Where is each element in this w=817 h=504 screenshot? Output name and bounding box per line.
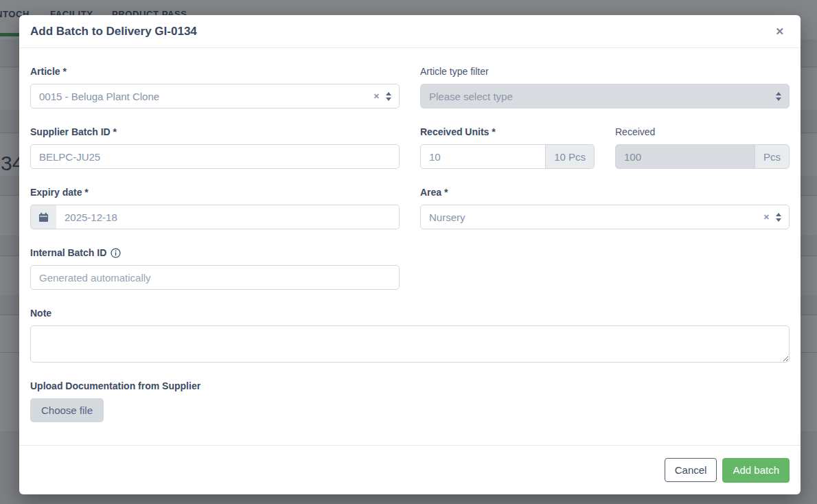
received-group: Received Units * 10 Pcs Received Pcs: [420, 126, 790, 169]
chevron-up-down-icon: [776, 92, 781, 101]
supplier-batch-id-input[interactable]: [30, 144, 400, 169]
article-select[interactable]: 0015 - Beluga Plant Clone ✕: [30, 84, 400, 108]
clear-icon[interactable]: ✕: [763, 214, 770, 221]
received-addon: Pcs: [755, 144, 790, 169]
calendar-icon[interactable]: [30, 205, 56, 229]
internal-batch-id-label-text: Internal Batch ID: [30, 247, 106, 258]
add-batch-modal: Add Batch to Delivery GI-0134 ✕ Article …: [19, 15, 801, 494]
modal-header: Add Batch to Delivery GI-0134 ✕: [19, 15, 801, 48]
received-units-label: Received Units *: [420, 126, 595, 137]
chevron-up-down-icon: [386, 92, 391, 101]
info-icon[interactable]: [111, 248, 121, 258]
internal-batch-id-field: Internal Batch ID: [30, 247, 400, 290]
article-field: Article * 0015 - Beluga Plant Clone ✕: [30, 66, 400, 108]
modal-body: Article * 0015 - Beluga Plant Clone ✕ Ar…: [19, 48, 801, 445]
area-select[interactable]: Nursery ✕: [420, 205, 790, 229]
article-type-filter-select: Please select type: [420, 84, 790, 108]
received-units-field: Received Units * 10 Pcs: [420, 126, 595, 169]
expiry-date-label: Expiry date *: [30, 187, 400, 198]
modal-title: Add Batch to Delivery GI-0134: [30, 25, 197, 38]
article-type-filter-placeholder: Please select type: [429, 91, 776, 102]
internal-batch-id-label: Internal Batch ID: [30, 247, 400, 258]
add-batch-button[interactable]: Add batch: [722, 458, 790, 483]
upload-label: Upload Documentation from Supplier: [30, 380, 790, 391]
area-label: Area *: [420, 187, 790, 198]
received-input: [615, 144, 755, 169]
close-icon[interactable]: ✕: [772, 23, 787, 39]
article-type-filter-label: Article type filter: [420, 66, 790, 77]
chevron-up-down-icon: [776, 213, 781, 222]
supplier-batch-id-field: Supplier Batch ID *: [30, 126, 400, 169]
screen: NTOCH FACILITY PRODUCT PASS 34 Add Batch…: [0, 0, 817, 504]
form-row-4: Internal Batch ID: [30, 247, 790, 290]
area-field: Area * Nursery ✕: [420, 187, 790, 229]
article-select-value: 0015 - Beluga Plant Clone: [39, 91, 373, 102]
form-row-2: Supplier Batch ID * Received Units * 10 …: [30, 126, 790, 169]
clear-icon[interactable]: ✕: [373, 93, 380, 100]
article-label: Article *: [30, 66, 400, 77]
cancel-button[interactable]: Cancel: [665, 458, 717, 482]
note-field: Note: [30, 308, 790, 363]
article-type-filter-field: Article type filter Please select type: [420, 66, 790, 108]
choose-file-button[interactable]: Choose file: [30, 398, 104, 422]
supplier-batch-id-label: Supplier Batch ID *: [30, 126, 400, 137]
modal-footer: Cancel Add batch: [19, 445, 801, 494]
note-textarea[interactable]: [30, 325, 790, 363]
received-units-input[interactable]: [420, 144, 546, 169]
received-label: Received: [615, 126, 790, 137]
empty-col: [420, 247, 790, 290]
upload-field: Upload Documentation from Supplier Choos…: [30, 380, 790, 422]
received-units-addon: 10 Pcs: [546, 144, 595, 169]
form-row-3: Expiry date *: [30, 187, 790, 229]
note-label: Note: [30, 308, 790, 319]
form-row-5: Note: [30, 308, 790, 363]
area-select-value: Nursery: [429, 211, 763, 223]
internal-batch-id-input[interactable]: [30, 265, 400, 290]
expiry-date-field: Expiry date *: [30, 187, 400, 229]
received-field: Received Pcs: [615, 126, 790, 169]
form-row-1: Article * 0015 - Beluga Plant Clone ✕ Ar…: [30, 66, 790, 108]
expiry-date-input[interactable]: [56, 205, 400, 229]
